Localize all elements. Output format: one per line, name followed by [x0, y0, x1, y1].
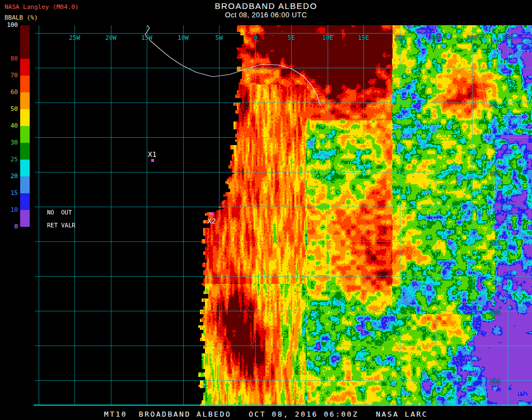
- agency-label: NASA Langley (M04.0): [4, 3, 78, 11]
- lon-label: 0: [254, 34, 258, 41]
- lon-label: 5W: [215, 34, 222, 41]
- flag-line-2: RET VALR: [47, 222, 76, 228]
- lat-label: 5S: [489, 101, 497, 108]
- lon-label: 30E: [466, 34, 478, 41]
- lon-label: 15W: [141, 34, 152, 41]
- page-title: BROADBAND ALBEDO: [0, 1, 532, 11]
- lon-label: 10W: [178, 34, 189, 41]
- retrieval-flag-legend: NO OUT RET VALR: [47, 206, 76, 232]
- lat-label: 15S: [489, 240, 501, 247]
- lon-label: 35E: [502, 34, 514, 41]
- lon-label: 20E: [394, 34, 405, 41]
- site-marker-dot: [211, 212, 213, 215]
- lon-label: 15E: [358, 34, 369, 41]
- site-marker-label: X2: [207, 217, 216, 225]
- footer-text: MT10 BROADBAND ALBEDO OCT 08, 2016 06:00…: [0, 410, 532, 418]
- lon-label: 5E: [287, 34, 295, 41]
- lat-label: 20S: [489, 309, 501, 316]
- lon-label: 20W: [105, 34, 116, 41]
- site-marker-dot: [151, 159, 154, 162]
- lat-label: 25S: [489, 379, 501, 386]
- flag-line-1: NO OUT: [47, 209, 72, 216]
- albedo-viewer: { "header": { "agency": "NASA Langley (M…: [0, 0, 532, 420]
- lon-label: 25E: [430, 34, 441, 41]
- colorbar-title: BBALB (%): [4, 14, 38, 21]
- lon-label: 25W: [69, 34, 80, 41]
- lat-label: 10S: [489, 170, 501, 178]
- site-marker-label: X1: [148, 150, 157, 158]
- footer-bar: MT10 BROADBAND ALBEDO OCT 08, 2016 06:00…: [0, 406, 532, 420]
- albedo-map-canvas: [0, 25, 532, 406]
- lon-label: 10E: [322, 34, 333, 41]
- page-subtitle: Oct 08, 2016 06:00 UTC: [0, 11, 532, 19]
